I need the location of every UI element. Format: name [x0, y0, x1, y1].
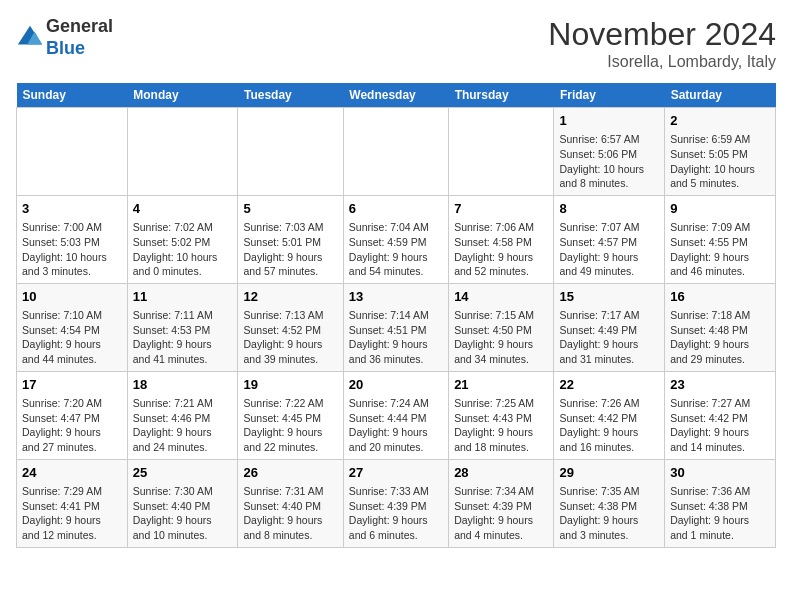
- day-detail: Sunrise: 7:11 AM Sunset: 4:53 PM Dayligh…: [133, 308, 233, 367]
- day-number: 20: [349, 376, 443, 394]
- weekday-header-saturday: Saturday: [665, 83, 776, 108]
- day-detail: Sunrise: 7:13 AM Sunset: 4:52 PM Dayligh…: [243, 308, 337, 367]
- day-detail: Sunrise: 7:09 AM Sunset: 4:55 PM Dayligh…: [670, 220, 770, 279]
- calendar-cell: 24Sunrise: 7:29 AM Sunset: 4:41 PM Dayli…: [17, 459, 128, 547]
- day-number: 8: [559, 200, 659, 218]
- calendar-cell: 14Sunrise: 7:15 AM Sunset: 4:50 PM Dayli…: [449, 283, 554, 371]
- day-detail: Sunrise: 7:10 AM Sunset: 4:54 PM Dayligh…: [22, 308, 122, 367]
- calendar-cell: [449, 108, 554, 196]
- day-number: 3: [22, 200, 122, 218]
- day-detail: Sunrise: 6:59 AM Sunset: 5:05 PM Dayligh…: [670, 132, 770, 191]
- day-number: 12: [243, 288, 337, 306]
- calendar-cell: 28Sunrise: 7:34 AM Sunset: 4:39 PM Dayli…: [449, 459, 554, 547]
- calendar-cell: 5Sunrise: 7:03 AM Sunset: 5:01 PM Daylig…: [238, 195, 343, 283]
- day-detail: Sunrise: 7:25 AM Sunset: 4:43 PM Dayligh…: [454, 396, 548, 455]
- day-detail: Sunrise: 7:36 AM Sunset: 4:38 PM Dayligh…: [670, 484, 770, 543]
- calendar-cell: [127, 108, 238, 196]
- day-detail: Sunrise: 7:06 AM Sunset: 4:58 PM Dayligh…: [454, 220, 548, 279]
- day-number: 5: [243, 200, 337, 218]
- day-number: 22: [559, 376, 659, 394]
- day-number: 17: [22, 376, 122, 394]
- calendar-week-0: 1Sunrise: 6:57 AM Sunset: 5:06 PM Daylig…: [17, 108, 776, 196]
- page-header: General Blue November 2024 Isorella, Lom…: [16, 16, 776, 71]
- day-number: 4: [133, 200, 233, 218]
- day-number: 23: [670, 376, 770, 394]
- title-block: November 2024 Isorella, Lombardy, Italy: [548, 16, 776, 71]
- calendar-cell: 20Sunrise: 7:24 AM Sunset: 4:44 PM Dayli…: [343, 371, 448, 459]
- day-detail: Sunrise: 7:18 AM Sunset: 4:48 PM Dayligh…: [670, 308, 770, 367]
- day-number: 9: [670, 200, 770, 218]
- day-number: 2: [670, 112, 770, 130]
- day-number: 13: [349, 288, 443, 306]
- logo-general: General: [46, 16, 113, 36]
- day-detail: Sunrise: 7:33 AM Sunset: 4:39 PM Dayligh…: [349, 484, 443, 543]
- calendar-week-4: 24Sunrise: 7:29 AM Sunset: 4:41 PM Dayli…: [17, 459, 776, 547]
- calendar-week-3: 17Sunrise: 7:20 AM Sunset: 4:47 PM Dayli…: [17, 371, 776, 459]
- day-detail: Sunrise: 7:07 AM Sunset: 4:57 PM Dayligh…: [559, 220, 659, 279]
- day-number: 15: [559, 288, 659, 306]
- logo: General Blue: [16, 16, 113, 59]
- day-number: 6: [349, 200, 443, 218]
- day-detail: Sunrise: 7:03 AM Sunset: 5:01 PM Dayligh…: [243, 220, 337, 279]
- calendar-cell: [343, 108, 448, 196]
- day-detail: Sunrise: 7:00 AM Sunset: 5:03 PM Dayligh…: [22, 220, 122, 279]
- day-detail: Sunrise: 6:57 AM Sunset: 5:06 PM Dayligh…: [559, 132, 659, 191]
- day-detail: Sunrise: 7:24 AM Sunset: 4:44 PM Dayligh…: [349, 396, 443, 455]
- calendar-cell: 23Sunrise: 7:27 AM Sunset: 4:42 PM Dayli…: [665, 371, 776, 459]
- weekday-header-sunday: Sunday: [17, 83, 128, 108]
- day-number: 29: [559, 464, 659, 482]
- day-number: 21: [454, 376, 548, 394]
- day-detail: Sunrise: 7:14 AM Sunset: 4:51 PM Dayligh…: [349, 308, 443, 367]
- day-detail: Sunrise: 7:20 AM Sunset: 4:47 PM Dayligh…: [22, 396, 122, 455]
- calendar-cell: 22Sunrise: 7:26 AM Sunset: 4:42 PM Dayli…: [554, 371, 665, 459]
- calendar-week-1: 3Sunrise: 7:00 AM Sunset: 5:03 PM Daylig…: [17, 195, 776, 283]
- day-number: 30: [670, 464, 770, 482]
- calendar-cell: 6Sunrise: 7:04 AM Sunset: 4:59 PM Daylig…: [343, 195, 448, 283]
- calendar-cell: 26Sunrise: 7:31 AM Sunset: 4:40 PM Dayli…: [238, 459, 343, 547]
- day-detail: Sunrise: 7:26 AM Sunset: 4:42 PM Dayligh…: [559, 396, 659, 455]
- day-detail: Sunrise: 7:31 AM Sunset: 4:40 PM Dayligh…: [243, 484, 337, 543]
- logo-blue: Blue: [46, 38, 85, 58]
- weekday-header-thursday: Thursday: [449, 83, 554, 108]
- day-number: 27: [349, 464, 443, 482]
- month-title: November 2024: [548, 16, 776, 53]
- day-number: 25: [133, 464, 233, 482]
- day-number: 18: [133, 376, 233, 394]
- calendar-cell: 7Sunrise: 7:06 AM Sunset: 4:58 PM Daylig…: [449, 195, 554, 283]
- day-detail: Sunrise: 7:35 AM Sunset: 4:38 PM Dayligh…: [559, 484, 659, 543]
- calendar-cell: 17Sunrise: 7:20 AM Sunset: 4:47 PM Dayli…: [17, 371, 128, 459]
- calendar-cell: 29Sunrise: 7:35 AM Sunset: 4:38 PM Dayli…: [554, 459, 665, 547]
- calendar-cell: 21Sunrise: 7:25 AM Sunset: 4:43 PM Dayli…: [449, 371, 554, 459]
- calendar-cell: 10Sunrise: 7:10 AM Sunset: 4:54 PM Dayli…: [17, 283, 128, 371]
- calendar-header: SundayMondayTuesdayWednesdayThursdayFrid…: [17, 83, 776, 108]
- calendar-cell: 15Sunrise: 7:17 AM Sunset: 4:49 PM Dayli…: [554, 283, 665, 371]
- calendar-cell: [17, 108, 128, 196]
- weekday-header-tuesday: Tuesday: [238, 83, 343, 108]
- day-detail: Sunrise: 7:15 AM Sunset: 4:50 PM Dayligh…: [454, 308, 548, 367]
- weekday-row: SundayMondayTuesdayWednesdayThursdayFrid…: [17, 83, 776, 108]
- calendar-cell: 2Sunrise: 6:59 AM Sunset: 5:05 PM Daylig…: [665, 108, 776, 196]
- calendar-cell: 1Sunrise: 6:57 AM Sunset: 5:06 PM Daylig…: [554, 108, 665, 196]
- weekday-header-friday: Friday: [554, 83, 665, 108]
- day-detail: Sunrise: 7:17 AM Sunset: 4:49 PM Dayligh…: [559, 308, 659, 367]
- calendar-cell: 3Sunrise: 7:00 AM Sunset: 5:03 PM Daylig…: [17, 195, 128, 283]
- day-detail: Sunrise: 7:27 AM Sunset: 4:42 PM Dayligh…: [670, 396, 770, 455]
- day-number: 7: [454, 200, 548, 218]
- calendar-week-2: 10Sunrise: 7:10 AM Sunset: 4:54 PM Dayli…: [17, 283, 776, 371]
- calendar-cell: 13Sunrise: 7:14 AM Sunset: 4:51 PM Dayli…: [343, 283, 448, 371]
- day-number: 24: [22, 464, 122, 482]
- calendar-cell: 18Sunrise: 7:21 AM Sunset: 4:46 PM Dayli…: [127, 371, 238, 459]
- calendar-cell: 9Sunrise: 7:09 AM Sunset: 4:55 PM Daylig…: [665, 195, 776, 283]
- logo-icon: [16, 24, 44, 52]
- calendar-cell: 25Sunrise: 7:30 AM Sunset: 4:40 PM Dayli…: [127, 459, 238, 547]
- day-number: 14: [454, 288, 548, 306]
- day-number: 16: [670, 288, 770, 306]
- day-number: 10: [22, 288, 122, 306]
- calendar-cell: 30Sunrise: 7:36 AM Sunset: 4:38 PM Dayli…: [665, 459, 776, 547]
- day-detail: Sunrise: 7:30 AM Sunset: 4:40 PM Dayligh…: [133, 484, 233, 543]
- calendar-cell: 12Sunrise: 7:13 AM Sunset: 4:52 PM Dayli…: [238, 283, 343, 371]
- calendar-cell: [238, 108, 343, 196]
- calendar-cell: 19Sunrise: 7:22 AM Sunset: 4:45 PM Dayli…: [238, 371, 343, 459]
- day-number: 1: [559, 112, 659, 130]
- day-detail: Sunrise: 7:22 AM Sunset: 4:45 PM Dayligh…: [243, 396, 337, 455]
